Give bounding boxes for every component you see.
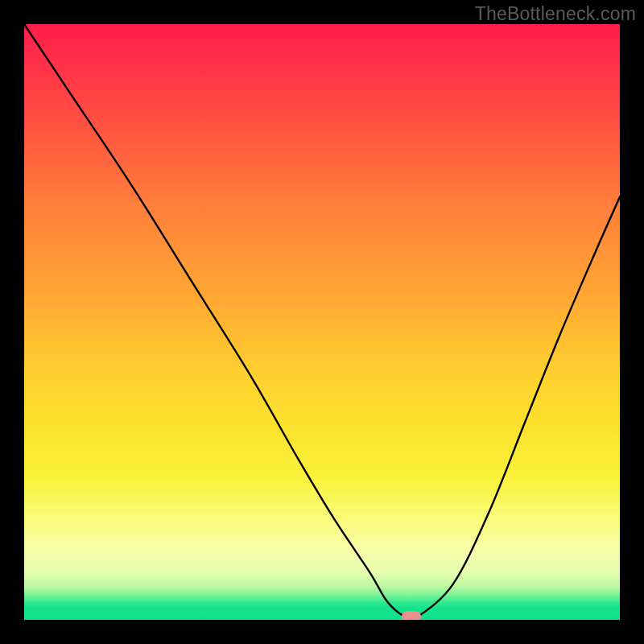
optimum-marker bbox=[402, 611, 421, 620]
curve-svg bbox=[24, 24, 620, 620]
chart-frame: TheBottleneck.com bbox=[0, 0, 644, 644]
plot-area bbox=[24, 24, 620, 620]
watermark-text: TheBottleneck.com bbox=[475, 3, 636, 25]
bottleneck-curve bbox=[24, 24, 620, 620]
